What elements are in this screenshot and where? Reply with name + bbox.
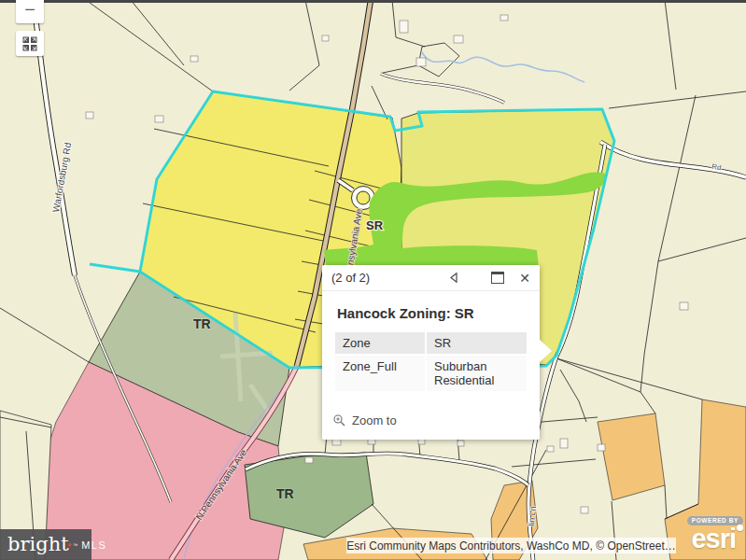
road-label-lin-ln: lin Ln [527, 506, 538, 526]
star-icon: ✦ [66, 540, 74, 550]
maximize-icon [491, 272, 504, 284]
chevron-left-icon [450, 273, 457, 283]
esri-logo: POWERED BY esri [687, 511, 743, 553]
field-value: SR [427, 332, 527, 354]
bright-mls-logo: bright✦™ MLS [0, 529, 91, 560]
map-attribution: Esri Community Maps Contributors, WashCo… [346, 538, 676, 553]
popup-header-actions: ✕ [450, 272, 530, 285]
zoom-to-link[interactable]: Zoom to [333, 413, 397, 427]
road-label-rd: Rd [711, 162, 722, 172]
magnifier-plus-icon [333, 414, 345, 427]
mls-label: MLS [81, 539, 106, 551]
default-extent-button[interactable] [16, 31, 44, 56]
close-icon: ✕ [519, 272, 530, 285]
popup-header: (2 of 2) ✕ [322, 265, 540, 291]
popup-pagination: (2 of 2) [331, 271, 370, 285]
popup-title: Hancock Zoning: SR [322, 291, 540, 329]
zoom-to-label: Zoom to [352, 413, 397, 427]
attribute-table: Zone SR Zone_Full Suburban Residential [335, 332, 527, 391]
close-popup-button[interactable]: ✕ [519, 272, 530, 285]
top-border [0, 0, 746, 3]
popup-pointer [540, 340, 552, 362]
feature-popup: (2 of 2) ✕ Hancock Zoning: SR Zone SR Zo… [322, 265, 540, 440]
bright-wordmark: bright [7, 535, 69, 554]
zone-label-tr-upper: TR [193, 316, 211, 331]
zoom-out-button[interactable]: − [16, 0, 44, 23]
minus-icon: − [24, 0, 35, 21]
map-app-window: SR TR TR Warfordsburg Rd N Pennsylvania … [0, 0, 746, 560]
field-label: Zone [335, 332, 425, 354]
zone-label-tr-lower: TR [276, 486, 294, 501]
zone-label-sr: SR [366, 218, 384, 232]
extent-arrows-icon [22, 36, 37, 51]
field-value: Suburban Residential [427, 356, 527, 391]
esri-globe-dot-icon [737, 525, 743, 531]
esri-wordmark: esri [691, 524, 736, 553]
field-label: Zone_Full [335, 356, 425, 391]
dock-popup-button[interactable] [491, 272, 519, 284]
previous-feature-button[interactable] [450, 273, 457, 283]
trademark-symbol: ™ [73, 542, 77, 548]
